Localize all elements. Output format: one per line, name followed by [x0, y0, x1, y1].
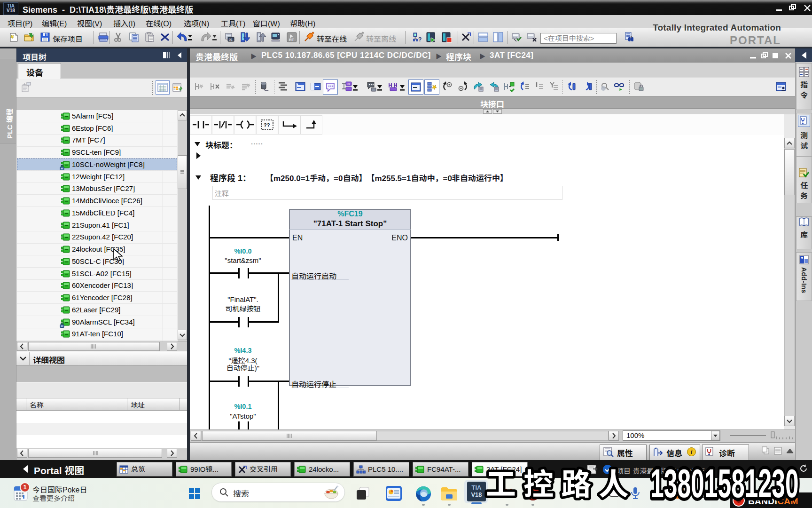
svg-text:01: 01: [347, 82, 351, 86]
svg-text:??: ??: [264, 122, 270, 128]
svg-text:工控路人: 工控路人: [486, 468, 636, 501]
svg-text:?: ?: [418, 36, 422, 43]
svg-text:RT: RT: [289, 38, 294, 42]
svg-text:13801581230: 13801581230: [650, 460, 799, 506]
svg-text:01: 01: [229, 38, 233, 41]
